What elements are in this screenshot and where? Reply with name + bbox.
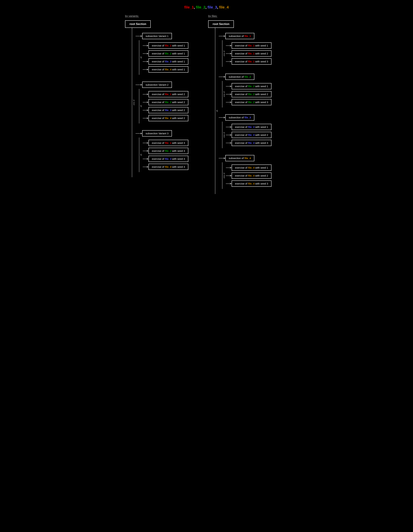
horizontal-line (143, 69, 147, 70)
exercise-connector-label: one of (222, 40, 226, 67)
exercise-box: exercise of file_4 with seed 1 (232, 164, 271, 171)
subsection-box: subsection Variant 3 (142, 130, 172, 136)
horizontal-line (143, 94, 147, 95)
exercise-row: exercise of file_2 with seed 3 (143, 148, 188, 154)
subsection-group: subsection of file_3one ofexercise of fi… (219, 114, 271, 148)
exercise-vert-connector: one of (222, 81, 226, 107)
horizontal-line (143, 53, 147, 54)
exercise-box: exercise of file_2 with seed 1 (148, 50, 188, 57)
horizontal-line (226, 102, 230, 103)
exercise-row: exercise of file_2 with seed 1 (226, 83, 271, 89)
right-tree: root Sectionallsubsection of file_1one o… (208, 20, 288, 194)
horizontal-line (226, 61, 230, 62)
exercise-vert-connector: all (139, 40, 143, 75)
exercise-row: exercise of file_3 with seed 1 (226, 124, 271, 130)
page-title: file_1, file_2, file_3, file_4 (123, 5, 290, 10)
arrow-head (224, 157, 225, 159)
exercise-list: exercise of file_1 with seed 1exercise o… (226, 40, 271, 67)
arrow-head (230, 126, 232, 128)
exercise-row: exercise of file_2 with seed 1 (143, 50, 188, 57)
subsection-box: subsection of file_1 (225, 33, 254, 39)
exercise-row: exercise of file_3 with seed 2 (143, 107, 188, 113)
arrow-head (230, 134, 232, 136)
arrow-head (230, 183, 232, 184)
arrow-head (147, 142, 148, 144)
exercise-row: exercise of file_3 with seed 3 (226, 140, 271, 146)
horizontal-line (135, 36, 141, 36)
exercise-tree: one ofexercise of file_2 with seed 1exer… (222, 81, 271, 107)
exercise-vert-connector: all (139, 89, 143, 124)
exercise-row: exercise of file_4 with seed 3 (226, 180, 271, 187)
exercise-row: exercise of file_1 with seed 3 (226, 58, 271, 65)
exercise-box: exercise of file_4 with seed 3 (232, 180, 271, 187)
exercise-row: exercise of file_3 with seed 3 (143, 156, 188, 162)
arrow-head (147, 94, 148, 95)
exercise-box: exercise of file_3 with seed 1 (232, 124, 271, 130)
exercise-list: exercise of file_4 with seed 1exercise o… (226, 162, 271, 189)
exercise-row: exercise of file_2 with seed 3 (226, 99, 271, 105)
arrow-head (230, 94, 232, 95)
subsection-header-row: subsection of file_1 (219, 33, 271, 39)
horizontal-line (219, 158, 224, 158)
horizontal-line (226, 176, 230, 176)
horizontal-line (226, 135, 230, 135)
horizontal-line (143, 167, 147, 167)
arrow-head (147, 109, 148, 111)
subsection-header-row: subsection Variant 1 (135, 33, 188, 39)
exercise-box: exercise of file_4 with seed 2 (148, 115, 188, 121)
exercise-row: exercise of file_1 with seed 1 (143, 42, 188, 49)
exercise-box: exercise of file_3 with seed 1 (148, 58, 188, 65)
vert-connector: all (215, 28, 219, 194)
subsection-box: subsection of file_2 (225, 74, 254, 80)
exercise-box: exercise of file_4 with seed 3 (148, 164, 188, 170)
subsection-group: subsection Variant 1allexercise of file_… (135, 33, 188, 75)
exercise-box: exercise of file_1 with seed 3 (232, 58, 271, 65)
exercise-connector-label: one of (222, 81, 226, 107)
arrow-head (141, 133, 142, 134)
subsection-box: subsection Variant 2 (142, 82, 172, 88)
exercise-row: exercise of file_4 with seed 1 (226, 164, 271, 171)
exercise-list: exercise of file_1 with seed 3exercise o… (143, 138, 188, 172)
horizontal-line (219, 77, 224, 77)
arrow-head (230, 53, 232, 54)
exercise-list: exercise of file_3 with seed 1exercise o… (226, 122, 271, 148)
exercise-box: exercise of file_1 with seed 3 (148, 140, 188, 146)
horizontal-line (226, 143, 230, 143)
horizontal-line (219, 36, 224, 36)
right-column: by files: root Sectionallsubsection of f… (207, 15, 290, 194)
connector-label: one of (132, 28, 135, 177)
exercise-box: exercise of file_1 with seed 2 (148, 91, 188, 97)
exercise-row: exercise of file_1 with seed 1 (226, 42, 271, 49)
exercise-box: exercise of file_2 with seed 1 (232, 83, 271, 89)
exercise-connector-label: one of (222, 122, 226, 148)
exercise-list: exercise of file_1 with seed 1exercise o… (143, 40, 188, 75)
exercise-box: exercise of file_3 with seed 3 (232, 140, 271, 146)
horizontal-line (219, 117, 224, 118)
subsection-group: subsection of file_2one ofexercise of fi… (219, 74, 271, 107)
exercise-box: exercise of file_2 with seed 3 (148, 148, 188, 154)
subsection-group: subsection of file_4one ofexercise of fi… (219, 155, 271, 189)
left-header: by variants: (125, 15, 205, 18)
horizontal-line (135, 133, 141, 134)
left-tree: root Sectionone ofsubsection Variant 1al… (125, 20, 205, 177)
arrow-head (230, 86, 232, 87)
main-tree: allsubsection of file_1one ofexercise of… (208, 28, 288, 194)
arrow-head (230, 175, 232, 177)
exercise-list: exercise of file_1 with seed 2exercise o… (143, 89, 188, 124)
arrow-head (224, 76, 225, 78)
arrow-head (141, 84, 142, 86)
exercise-row: exercise of file_1 with seed 3 (143, 140, 188, 146)
horizontal-line (226, 53, 230, 54)
exercise-box: exercise of file_3 with seed 2 (232, 132, 271, 138)
exercise-vert-connector: all (139, 138, 143, 172)
horizontal-line (143, 159, 147, 159)
arrow-head (147, 69, 148, 70)
arrow-head (224, 117, 225, 118)
left-column: by variants: root Sectionone ofsubsectio… (123, 15, 207, 177)
arrow-head (230, 101, 232, 103)
arrow-head (147, 61, 148, 62)
exercise-row: exercise of file_2 with seed 2 (143, 99, 188, 105)
exercise-row: exercise of file_3 with seed 2 (226, 132, 271, 138)
exercise-box: exercise of file_2 with seed 2 (232, 91, 271, 97)
root-section-box: root Section (125, 20, 151, 28)
